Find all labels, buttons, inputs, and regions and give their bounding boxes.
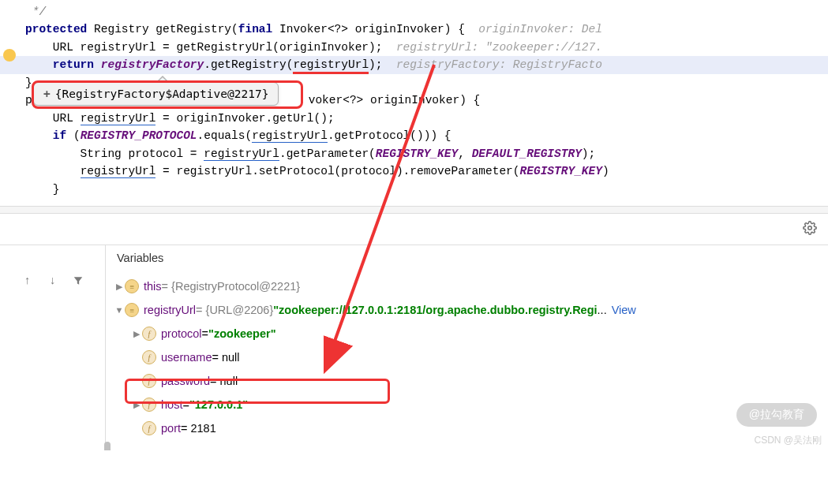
popup-value: {RegistryFactory$Adaptive@2217} [55, 88, 269, 100]
step-into-icon[interactable]: ↓ [46, 274, 60, 288]
code-line: URL registryUrl = originInvoker.getUrl()… [0, 110, 828, 127]
expand-icon[interactable]: ▶ [131, 400, 142, 410]
gear-icon[interactable] [803, 221, 817, 238]
field-icon: f [142, 350, 156, 364]
expand-icon[interactable]: ▶ [131, 329, 142, 339]
code-line: if (REGISTRY_PROTOCOL.equals(registryUrl… [0, 127, 828, 144]
code-editor[interactable]: */ protected Registry getRegistry(final … [0, 0, 828, 198]
var-port[interactable]: fport = 2181 [114, 416, 828, 440]
code-line: URL registryUrl = getRegistryUrl(originI… [0, 39, 828, 56]
field-icon: f [142, 374, 156, 388]
field-icon: f [142, 327, 156, 341]
expand-icon[interactable]: + [43, 88, 51, 100]
code-line: } [0, 181, 828, 198]
variables-header: Variables [106, 245, 828, 271]
debug-step-toolbar: ↑ ↓ [0, 245, 106, 450]
inline-hint: registryUrl: "zookeeper://127. [382, 41, 601, 54]
var-host[interactable]: ▶fhost = "127.0.0.1" [114, 393, 828, 416]
filter-icon[interactable] [71, 274, 85, 288]
evaluate-popup[interactable]: + {RegistryFactory$Adaptive@2217} [33, 82, 279, 106]
expand-icon[interactable]: ▶ [114, 282, 125, 292]
var-password[interactable]: fpassword = null [114, 369, 828, 393]
view-link[interactable]: View [612, 304, 636, 316]
var-this[interactable]: ▶≡this = {RegistryProtocol@2221} [114, 274, 828, 298]
inline-hint: registryFactory: RegistryFacto [383, 58, 602, 71]
code-line: protected Registry getRegistry(final Inv… [0, 21, 828, 38]
field-icon: f [142, 421, 156, 435]
inline-hint: originInvoker: Del [465, 23, 602, 35]
watermark: @拉勾教育 [736, 403, 817, 427]
code-line: String protocol = registryUrl.getParamet… [0, 145, 828, 162]
var-protocol[interactable]: ▶fprotocol = "zookeeper" [114, 322, 828, 345]
code-line: registryUrl = registryUrl.setProtocol(pr… [0, 162, 828, 180]
step-over-icon[interactable]: ↑ [21, 274, 35, 288]
var-username[interactable]: fusername = null [114, 345, 828, 369]
intention-bulb-icon[interactable] [3, 49, 16, 62]
debug-toolbar [0, 214, 828, 245]
debug-panel: ↑ ↓ Variables ▶≡this = {RegistryProtocol… [0, 245, 828, 450]
object-icon: ≡ [125, 303, 139, 317]
collapse-icon[interactable]: ▼ [114, 305, 125, 315]
variables-tree[interactable]: ▶≡this = {RegistryProtocol@2221} ▼≡regis… [106, 271, 828, 440]
var-registryurl[interactable]: ▼≡registryUrl = {URL@2206} "zookeeper://… [114, 298, 828, 322]
separator [0, 206, 828, 214]
csdn-watermark: CSDN @吴法刚 [754, 434, 822, 447]
code-comment: */ [25, 6, 46, 18]
svg-point-0 [808, 226, 812, 230]
current-execution-line: return registryFactory.getRegistry(regis… [0, 56, 828, 73]
object-icon: ≡ [125, 279, 139, 293]
field-icon: f [142, 398, 156, 412]
variables-pane[interactable]: Variables ▶≡this = {RegistryProtocol@222… [106, 245, 828, 450]
scrollbar[interactable] [104, 442, 111, 450]
